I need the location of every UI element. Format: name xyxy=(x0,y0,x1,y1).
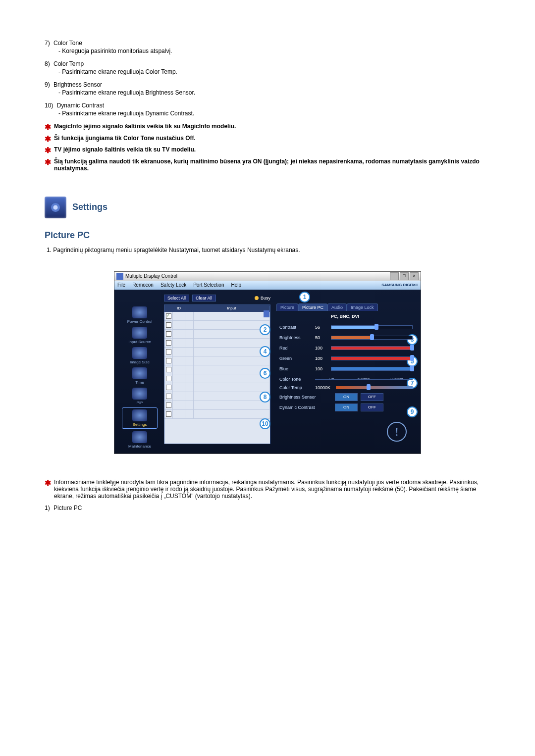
dynamic-contrast-label: Dynamic Contrast xyxy=(279,405,332,410)
sidebar-item-image-size[interactable]: Image Size xyxy=(122,347,157,364)
row-checkbox[interactable] xyxy=(166,403,171,408)
table-row[interactable] xyxy=(164,348,270,356)
row-checkbox[interactable] xyxy=(166,376,171,381)
row-checkbox[interactable] xyxy=(166,331,171,337)
sidebar-item-settings[interactable]: Settings xyxy=(122,408,157,428)
sidebar-item-input-source[interactable]: Input Source xyxy=(122,327,157,344)
tab-picture-pc[interactable]: Picture PC xyxy=(298,303,327,311)
menu-port-selection[interactable]: Port Selection xyxy=(193,282,224,288)
select-all-button[interactable]: Select All xyxy=(164,295,189,302)
section-desc-num: 1. xyxy=(47,247,52,253)
tab-picture[interactable]: Picture xyxy=(276,303,298,311)
item-number: 9) xyxy=(45,81,50,88)
dynamic-contrast-off-button[interactable]: OFF xyxy=(361,403,383,411)
item-desc: - Koreguoja pasirinkto monitoriaus atspa… xyxy=(58,48,490,54)
star-icon: ✱ xyxy=(45,146,51,155)
row-checkbox[interactable] xyxy=(166,313,171,319)
sidebar-item-power-control[interactable]: Power Control xyxy=(122,306,157,324)
item-desc: - Pasirinktame ekrane reguliuoja Dynamic… xyxy=(58,110,490,117)
row-checkbox[interactable] xyxy=(166,411,171,417)
row-checkbox[interactable] xyxy=(166,322,171,328)
table-row[interactable] xyxy=(164,401,270,410)
color-tone-slider[interactable]: Off Normal Custom xyxy=(315,376,413,383)
table-row[interactable] xyxy=(164,321,270,330)
grid-col-id: ID xyxy=(173,306,185,310)
slider-track[interactable] xyxy=(331,325,413,329)
item-number: 10) xyxy=(45,102,53,109)
brightness-sensor-label: Brightness Sensor xyxy=(279,395,332,400)
callout-2: 2 xyxy=(260,324,270,335)
settings-icon xyxy=(45,197,66,218)
busy-indicator-icon xyxy=(255,296,259,300)
brightness-sensor-off-button[interactable]: OFF xyxy=(361,393,383,401)
brand-label: SAMSUNG DIGITall xyxy=(381,283,418,287)
item-desc: - Pasirinktame ekrane reguliuoja Color T… xyxy=(58,68,490,75)
minimize-button[interactable]: _ xyxy=(390,272,399,280)
slider-row: Red 100 xyxy=(274,344,416,353)
table-row[interactable] xyxy=(164,410,270,419)
callout-4: 4 xyxy=(260,346,270,357)
row-checkbox[interactable] xyxy=(166,358,171,363)
item-number: 7) xyxy=(45,40,50,47)
sidebar-label: Time xyxy=(122,380,157,385)
table-row[interactable] xyxy=(164,312,270,321)
table-row[interactable] xyxy=(164,392,270,401)
device-grid[interactable]: ID Input xyxy=(164,304,270,444)
slider-track[interactable] xyxy=(331,336,413,340)
note-text: Šią funkciją galima naudoti tik ekranuos… xyxy=(54,158,490,172)
menu-file[interactable]: File xyxy=(117,282,125,288)
menu-remocon[interactable]: Remocon xyxy=(132,282,154,288)
settings-sidebar-icon xyxy=(132,409,147,421)
callout-10: 10 xyxy=(260,418,270,429)
note-text: MagicInfo įėjimo signalo šaltinis veikia… xyxy=(54,123,236,130)
tab-image-lock[interactable]: Image Lock xyxy=(347,303,378,311)
slider-row: Blue 100 xyxy=(274,364,416,373)
image-size-icon xyxy=(132,347,147,359)
slider-row: Green 100 xyxy=(274,354,416,363)
row-checkbox[interactable] xyxy=(166,385,171,390)
table-row[interactable] xyxy=(164,339,270,348)
slider-track[interactable] xyxy=(331,356,413,360)
tab-audio[interactable]: Audio xyxy=(327,303,347,311)
callout-9: 9 xyxy=(407,406,418,417)
maximize-button[interactable]: □ xyxy=(400,272,409,280)
table-row[interactable] xyxy=(164,330,270,339)
note-text: Ši funkcija įjungiama tik Color Tone nus… xyxy=(54,135,196,142)
close-button[interactable]: × xyxy=(410,272,419,280)
row-checkbox[interactable] xyxy=(166,349,171,354)
brightness-sensor-on-button[interactable]: ON xyxy=(335,393,358,401)
star-icon: ✱ xyxy=(45,479,51,488)
sidebar-item-maintenance[interactable]: Maintenance xyxy=(122,431,157,449)
sidebar-label: Settings xyxy=(122,422,157,427)
row-checkbox[interactable] xyxy=(166,394,171,399)
item-title: Picture PC xyxy=(54,504,82,511)
app-icon xyxy=(116,273,123,280)
app-window: Multiple Display Control _ □ × File Remo… xyxy=(114,271,421,454)
brightness-sensor-row: Brightness Sensor ON OFF xyxy=(274,393,416,401)
row-checkbox[interactable] xyxy=(166,340,171,346)
dynamic-contrast-on-button[interactable]: ON xyxy=(335,403,358,411)
list-item: 1) Picture PC xyxy=(45,504,490,511)
window-title: Multiple Display Control xyxy=(125,273,390,279)
sidebar-item-time[interactable]: Time xyxy=(122,367,157,385)
table-row[interactable] xyxy=(164,365,270,374)
menu-safety-lock[interactable]: Safety Lock xyxy=(160,282,186,288)
scrollbar-thumb[interactable] xyxy=(264,310,269,317)
color-temp-slider[interactable] xyxy=(336,386,413,389)
callout-8: 8 xyxy=(260,392,270,403)
sidebar-item-pip[interactable]: PIP xyxy=(122,388,157,405)
slider-track[interactable] xyxy=(331,367,413,371)
star-icon: ✱ xyxy=(45,158,51,167)
numbered-list: 7) Color Tone - Koreguoja pasirinkto mon… xyxy=(45,40,490,117)
menu-help[interactable]: Help xyxy=(231,282,241,288)
slider-value: 50 xyxy=(315,335,331,340)
alert-icon: ! xyxy=(387,422,407,442)
table-row[interactable] xyxy=(164,374,270,383)
table-row[interactable] xyxy=(164,383,270,392)
clear-all-button[interactable]: Clear All xyxy=(192,295,216,302)
row-checkbox[interactable] xyxy=(166,367,171,372)
slider-label: Brightness xyxy=(279,335,315,340)
table-row[interactable] xyxy=(164,356,270,365)
slider-track[interactable] xyxy=(331,346,413,350)
busy-label: Busy xyxy=(261,296,270,301)
